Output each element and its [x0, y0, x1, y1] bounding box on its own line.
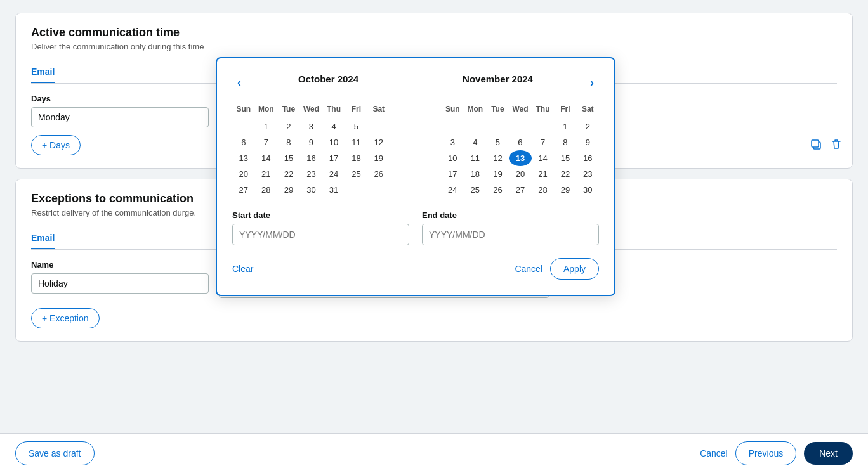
calendar-day[interactable]: 17 — [322, 150, 345, 166]
clear-button[interactable]: Clear — [232, 264, 253, 274]
calendar-day[interactable]: 8 — [277, 134, 299, 150]
calendar-day[interactable]: 27 — [509, 182, 532, 198]
calendar-day[interactable]: 30 — [300, 182, 323, 198]
prev-month-button[interactable]: ‹ — [232, 76, 246, 89]
calendar-day[interactable]: 19 — [367, 150, 390, 166]
calendar-day[interactable]: 27 — [232, 182, 255, 198]
right-month-title: November 2024 — [463, 74, 533, 84]
calendar-day[interactable]: 6 — [232, 134, 255, 150]
calendar-day[interactable]: 20 — [232, 166, 255, 182]
calendar-day[interactable]: 4 — [464, 134, 487, 150]
calendar-day[interactable]: 4 — [322, 119, 345, 134]
november-calendar: Sun Mon Tue Wed Thu Fri Sat 123456789101… — [442, 102, 600, 198]
calendar-day[interactable]: 18 — [464, 166, 487, 182]
tab-email-active[interactable]: Email — [31, 62, 55, 83]
calendar-day[interactable]: 28 — [532, 182, 555, 198]
calendar-day[interactable]: 10 — [442, 150, 464, 166]
dow-mon: Mon — [255, 102, 278, 119]
calendar-day[interactable]: 17 — [442, 166, 464, 182]
october-calendar: Sun Mon Tue Wed Thu Fri Sat 123456789101… — [232, 102, 390, 198]
add-exception-button[interactable]: + Exception — [31, 308, 100, 328]
calendar-day[interactable]: 1 — [255, 119, 278, 134]
calendar-day[interactable]: 8 — [554, 134, 576, 150]
calendar-day[interactable]: 20 — [509, 166, 532, 182]
calendar-day[interactable]: 28 — [255, 182, 278, 198]
calendar-day[interactable]: 7 — [255, 134, 278, 150]
cancel-calendar-button[interactable]: Cancel — [515, 264, 542, 274]
calendar-day[interactable]: 9 — [577, 134, 599, 150]
previous-button[interactable]: Previous — [735, 441, 796, 465]
calendar-day[interactable]: 5 — [487, 134, 509, 150]
calendar-day[interactable]: 7 — [532, 134, 555, 150]
calendar-day[interactable]: 13 — [509, 150, 532, 166]
october-grid: Sun Mon Tue Wed Thu Fri Sat 123456789101… — [232, 102, 390, 198]
name-input[interactable] — [31, 273, 209, 294]
calendar-day[interactable]: 24 — [442, 182, 464, 198]
start-date-group: Start date — [232, 211, 409, 245]
calendar-day[interactable]: 12 — [367, 134, 390, 150]
calendar-day[interactable]: 25 — [464, 182, 487, 198]
calendar-day[interactable]: 13 — [232, 150, 255, 166]
calendar-day[interactable]: 14 — [255, 150, 278, 166]
calendar-day[interactable]: 1 — [554, 119, 576, 134]
calendar-day[interactable]: 19 — [487, 166, 509, 182]
cancel-button[interactable]: Cancel — [700, 448, 728, 458]
calendar-divider — [416, 102, 416, 198]
calendar-day[interactable]: 21 — [532, 166, 555, 182]
calendar-day[interactable]: 9 — [300, 134, 323, 150]
calendar-day[interactable]: 30 — [577, 182, 599, 198]
name-label: Name — [31, 260, 209, 269]
calendar-day[interactable]: 18 — [345, 150, 367, 166]
dow-tue: Tue — [487, 102, 509, 119]
save-draft-button[interactable]: Save as draft — [15, 441, 95, 465]
calendar-day — [487, 119, 509, 134]
calendar-day[interactable]: 15 — [277, 150, 299, 166]
dow-sat: Sat — [577, 102, 599, 119]
calendar-day[interactable]: 3 — [442, 134, 464, 150]
calendar-day[interactable]: 15 — [554, 150, 576, 166]
active-comm-title: Active communication time — [31, 26, 837, 39]
november-grid: Sun Mon Tue Wed Thu Fri Sat 123456789101… — [442, 102, 600, 198]
calendar-day[interactable]: 12 — [487, 150, 509, 166]
calendar-day[interactable]: 26 — [487, 182, 509, 198]
calendar-day[interactable]: 6 — [509, 134, 532, 150]
calendar-day[interactable]: 29 — [277, 182, 299, 198]
calendar-day[interactable]: 23 — [577, 166, 599, 182]
calendar-day[interactable]: 22 — [277, 166, 299, 182]
calendar-day[interactable]: 3 — [300, 119, 323, 134]
next-button[interactable]: Next — [804, 442, 853, 465]
dow-tue: Tue — [277, 102, 299, 119]
next-month-button[interactable]: › — [585, 76, 599, 89]
calendar-day[interactable]: 29 — [554, 182, 576, 198]
dow-mon: Mon — [464, 102, 487, 119]
calendar-day[interactable]: 31 — [322, 182, 345, 198]
calendar-day[interactable]: 16 — [577, 150, 599, 166]
calendar-day[interactable]: 25 — [345, 166, 367, 182]
calendar-day[interactable]: 2 — [277, 119, 299, 134]
copy-icon[interactable] — [810, 138, 822, 154]
start-date-input[interactable] — [232, 224, 409, 245]
calendar-day[interactable]: 2 — [577, 119, 599, 134]
delete-icon[interactable] — [830, 138, 843, 154]
dow-sun: Sun — [232, 102, 255, 119]
add-days-button[interactable]: + Days — [31, 135, 81, 155]
calendar-day[interactable]: 23 — [300, 166, 323, 182]
apply-button[interactable]: Apply — [550, 258, 599, 280]
dow-wed: Wed — [509, 102, 532, 119]
dow-sat: Sat — [367, 102, 390, 119]
calendar-day[interactable]: 11 — [345, 134, 367, 150]
calendar-day[interactable]: 14 — [532, 150, 555, 166]
calendar-day[interactable]: 26 — [367, 166, 390, 182]
calendar-day[interactable]: 16 — [300, 150, 323, 166]
calendar-day[interactable]: 10 — [322, 134, 345, 150]
calendar-day[interactable]: 24 — [322, 166, 345, 182]
end-date-input[interactable] — [422, 224, 599, 245]
tab-email-exceptions[interactable]: Email — [31, 228, 55, 249]
calendar-day[interactable]: 21 — [255, 166, 278, 182]
calendar-day — [232, 119, 255, 134]
calendar-day[interactable]: 11 — [464, 150, 487, 166]
row-actions — [810, 138, 843, 154]
days-input[interactable] — [31, 107, 209, 127]
calendar-day[interactable]: 22 — [554, 166, 576, 182]
calendar-day[interactable]: 5 — [345, 119, 367, 134]
